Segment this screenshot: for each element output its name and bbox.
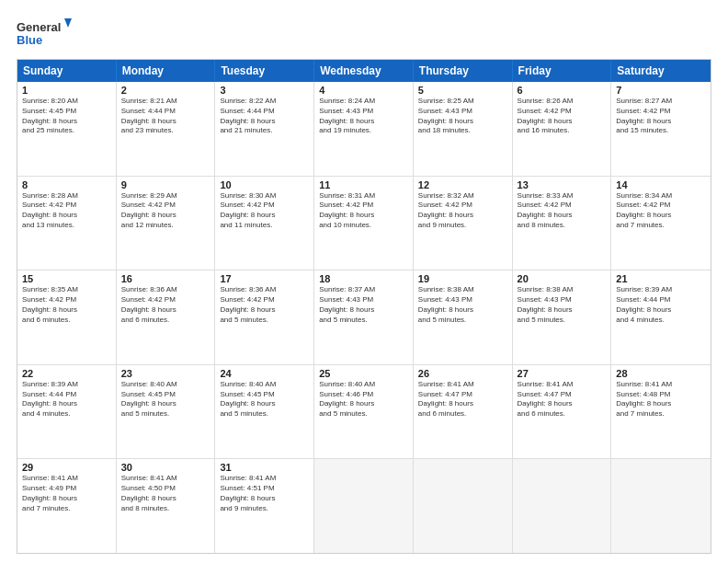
cell-4-4	[414, 459, 513, 553]
calendar-header: Sunday Monday Tuesday Wednesday Thursday…	[17, 60, 711, 82]
day-number: 1	[22, 85, 111, 96]
header: General Blue	[17, 17, 711, 50]
day-number: 14	[616, 179, 706, 190]
cell-0-3: 4Sunrise: 8:24 AM Sunset: 4:43 PM Daylig…	[314, 82, 414, 176]
cell-3-6: 28Sunrise: 8:41 AM Sunset: 4:48 PM Dayli…	[611, 365, 711, 459]
logo-svg: General Blue	[17, 17, 72, 50]
cell-info: Sunrise: 8:36 AM Sunset: 4:42 PM Dayligh…	[220, 285, 309, 325]
day-number: 11	[319, 179, 408, 190]
day-number: 12	[418, 179, 507, 190]
cell-info: Sunrise: 8:27 AM Sunset: 4:42 PM Dayligh…	[616, 97, 706, 136]
day-number: 26	[418, 368, 507, 379]
cell-info: Sunrise: 8:28 AM Sunset: 4:42 PM Dayligh…	[22, 191, 111, 231]
day-number: 27	[518, 368, 607, 379]
day-number: 17	[220, 273, 309, 284]
cell-info: Sunrise: 8:38 AM Sunset: 4:43 PM Dayligh…	[418, 285, 507, 325]
day-number: 19	[418, 273, 507, 284]
header-sunday: Sunday	[17, 60, 117, 82]
day-number: 2	[121, 85, 210, 96]
day-number: 13	[518, 179, 607, 190]
cell-4-1: 30Sunrise: 8:41 AM Sunset: 4:50 PM Dayli…	[117, 459, 216, 553]
cell-3-2: 24Sunrise: 8:40 AM Sunset: 4:45 PM Dayli…	[215, 365, 314, 459]
day-number: 23	[121, 368, 210, 379]
cell-0-6: 7Sunrise: 8:27 AM Sunset: 4:42 PM Daylig…	[611, 82, 711, 176]
cell-2-2: 17Sunrise: 8:36 AM Sunset: 4:42 PM Dayli…	[215, 270, 314, 364]
day-number: 28	[616, 368, 706, 379]
cell-4-2: 31Sunrise: 8:41 AM Sunset: 4:51 PM Dayli…	[215, 459, 314, 553]
cell-2-0: 15Sunrise: 8:35 AM Sunset: 4:42 PM Dayli…	[17, 270, 117, 364]
cell-2-5: 20Sunrise: 8:38 AM Sunset: 4:43 PM Dayli…	[513, 270, 612, 364]
header-thursday: Thursday	[414, 60, 513, 82]
cell-info: Sunrise: 8:39 AM Sunset: 4:44 PM Dayligh…	[616, 285, 706, 325]
calendar-page: General Blue Sunday Monday Tuesday Wedne…	[0, 0, 728, 563]
cell-0-1: 2Sunrise: 8:21 AM Sunset: 4:44 PM Daylig…	[117, 82, 216, 176]
cell-1-5: 13Sunrise: 8:33 AM Sunset: 4:42 PM Dayli…	[513, 177, 612, 270]
day-number: 6	[518, 85, 607, 96]
cell-1-3: 11Sunrise: 8:31 AM Sunset: 4:42 PM Dayli…	[314, 177, 414, 270]
day-number: 8	[22, 179, 111, 190]
cell-info: Sunrise: 8:41 AM Sunset: 4:47 PM Dayligh…	[518, 380, 607, 419]
cell-2-1: 16Sunrise: 8:36 AM Sunset: 4:42 PM Dayli…	[117, 270, 216, 364]
cell-info: Sunrise: 8:39 AM Sunset: 4:44 PM Dayligh…	[22, 380, 111, 419]
header-wednesday: Wednesday	[314, 60, 414, 82]
cell-2-6: 21Sunrise: 8:39 AM Sunset: 4:44 PM Dayli…	[611, 270, 711, 364]
cell-info: Sunrise: 8:29 AM Sunset: 4:42 PM Dayligh…	[121, 191, 210, 231]
cell-info: Sunrise: 8:32 AM Sunset: 4:42 PM Dayligh…	[418, 191, 507, 231]
cell-info: Sunrise: 8:24 AM Sunset: 4:43 PM Dayligh…	[319, 97, 408, 136]
day-number: 18	[319, 273, 408, 284]
cell-2-3: 18Sunrise: 8:37 AM Sunset: 4:43 PM Dayli…	[314, 270, 414, 364]
cell-1-4: 12Sunrise: 8:32 AM Sunset: 4:42 PM Dayli…	[414, 177, 513, 270]
cell-0-0: 1Sunrise: 8:20 AM Sunset: 4:45 PM Daylig…	[17, 82, 117, 176]
cell-3-1: 23Sunrise: 8:40 AM Sunset: 4:45 PM Dayli…	[117, 365, 216, 459]
day-number: 24	[220, 368, 309, 379]
day-number: 15	[22, 273, 111, 284]
cell-4-6	[611, 459, 711, 553]
cell-info: Sunrise: 8:36 AM Sunset: 4:42 PM Dayligh…	[121, 285, 210, 325]
cell-info: Sunrise: 8:30 AM Sunset: 4:42 PM Dayligh…	[220, 191, 309, 231]
day-number: 22	[22, 368, 111, 379]
cell-info: Sunrise: 8:22 AM Sunset: 4:44 PM Dayligh…	[220, 97, 309, 136]
day-number: 5	[418, 85, 507, 96]
day-number: 25	[319, 368, 408, 379]
week-row-4: 29Sunrise: 8:41 AM Sunset: 4:49 PM Dayli…	[17, 458, 711, 553]
cell-info: Sunrise: 8:41 AM Sunset: 4:50 PM Dayligh…	[121, 474, 210, 513]
cell-info: Sunrise: 8:34 AM Sunset: 4:42 PM Dayligh…	[616, 191, 706, 231]
cell-4-0: 29Sunrise: 8:41 AM Sunset: 4:49 PM Dayli…	[17, 459, 117, 553]
cell-info: Sunrise: 8:25 AM Sunset: 4:43 PM Dayligh…	[418, 97, 507, 136]
cell-info: Sunrise: 8:21 AM Sunset: 4:44 PM Dayligh…	[121, 97, 210, 136]
cell-info: Sunrise: 8:41 AM Sunset: 4:48 PM Dayligh…	[616, 380, 706, 419]
cell-info: Sunrise: 8:41 AM Sunset: 4:51 PM Dayligh…	[220, 474, 309, 513]
week-row-3: 22Sunrise: 8:39 AM Sunset: 4:44 PM Dayli…	[17, 364, 711, 459]
week-row-2: 15Sunrise: 8:35 AM Sunset: 4:42 PM Dayli…	[17, 270, 711, 364]
logo: General Blue	[17, 17, 72, 50]
svg-text:General: General	[17, 20, 61, 34]
cell-1-1: 9Sunrise: 8:29 AM Sunset: 4:42 PM Daylig…	[117, 177, 216, 270]
cell-2-4: 19Sunrise: 8:38 AM Sunset: 4:43 PM Dayli…	[414, 270, 513, 364]
cell-4-5	[513, 459, 612, 553]
cell-info: Sunrise: 8:20 AM Sunset: 4:45 PM Dayligh…	[22, 97, 111, 136]
cell-info: Sunrise: 8:40 AM Sunset: 4:45 PM Dayligh…	[220, 380, 309, 419]
day-number: 10	[220, 179, 309, 190]
cell-info: Sunrise: 8:26 AM Sunset: 4:42 PM Dayligh…	[518, 97, 607, 136]
svg-text:Blue: Blue	[17, 33, 42, 47]
cell-3-4: 26Sunrise: 8:41 AM Sunset: 4:47 PM Dayli…	[414, 365, 513, 459]
cell-info: Sunrise: 8:37 AM Sunset: 4:43 PM Dayligh…	[319, 285, 408, 325]
day-number: 4	[319, 85, 408, 96]
week-row-0: 1Sunrise: 8:20 AM Sunset: 4:45 PM Daylig…	[17, 82, 711, 176]
cell-0-2: 3Sunrise: 8:22 AM Sunset: 4:44 PM Daylig…	[215, 82, 314, 176]
cell-3-5: 27Sunrise: 8:41 AM Sunset: 4:47 PM Dayli…	[513, 365, 612, 459]
cell-info: Sunrise: 8:33 AM Sunset: 4:42 PM Dayligh…	[518, 191, 607, 231]
cell-0-4: 5Sunrise: 8:25 AM Sunset: 4:43 PM Daylig…	[414, 82, 513, 176]
day-number: 3	[220, 85, 309, 96]
cell-1-0: 8Sunrise: 8:28 AM Sunset: 4:42 PM Daylig…	[17, 177, 117, 270]
cell-info: Sunrise: 8:41 AM Sunset: 4:49 PM Dayligh…	[22, 474, 111, 513]
calendar: Sunday Monday Tuesday Wednesday Thursday…	[17, 59, 711, 554]
header-friday: Friday	[513, 60, 612, 82]
cell-info: Sunrise: 8:41 AM Sunset: 4:47 PM Dayligh…	[418, 380, 507, 419]
header-tuesday: Tuesday	[215, 60, 314, 82]
day-number: 20	[518, 273, 607, 284]
cell-1-2: 10Sunrise: 8:30 AM Sunset: 4:42 PM Dayli…	[215, 177, 314, 270]
day-number: 7	[616, 85, 706, 96]
day-number: 9	[121, 179, 210, 190]
cell-3-3: 25Sunrise: 8:40 AM Sunset: 4:46 PM Dayli…	[314, 365, 414, 459]
